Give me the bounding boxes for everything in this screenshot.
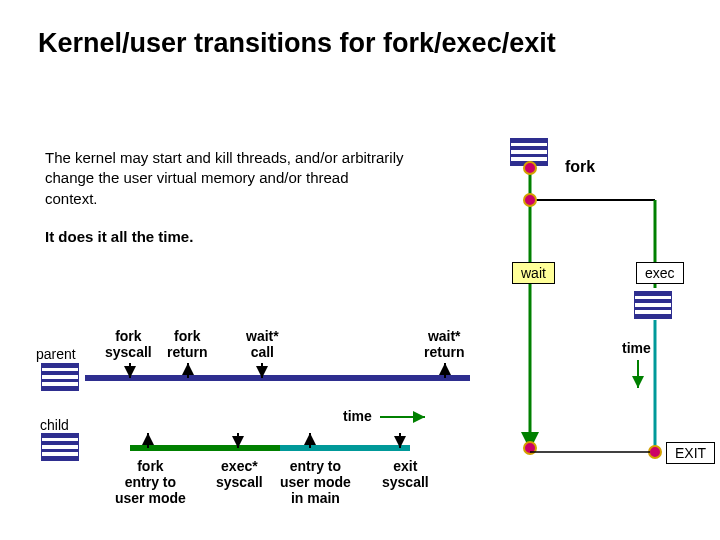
label-fork-return: fork return [167, 328, 207, 360]
box-exit: EXIT [666, 442, 715, 464]
node-fork [524, 194, 536, 206]
node-exit [649, 446, 661, 458]
node-start [524, 162, 536, 174]
label-time-1: time [343, 408, 372, 424]
label-parent: parent [36, 346, 76, 362]
timeline-diagram [0, 0, 720, 540]
label-fork-right: fork [565, 158, 595, 176]
label-entry-main: entry to user mode in main [280, 458, 351, 506]
box-exec: exec [636, 262, 684, 284]
label-time-2: time [622, 340, 651, 356]
label-wait-return: wait* return [424, 328, 464, 360]
box-wait: wait [512, 262, 555, 284]
label-exit-syscall: exit syscall [382, 458, 429, 490]
label-child: child [40, 417, 69, 433]
label-fork-entry: fork entry to user mode [115, 458, 186, 506]
label-wait-call: wait* call [246, 328, 279, 360]
label-exec-syscall: exec* syscall [216, 458, 263, 490]
label-fork-syscall: fork syscall [105, 328, 152, 360]
